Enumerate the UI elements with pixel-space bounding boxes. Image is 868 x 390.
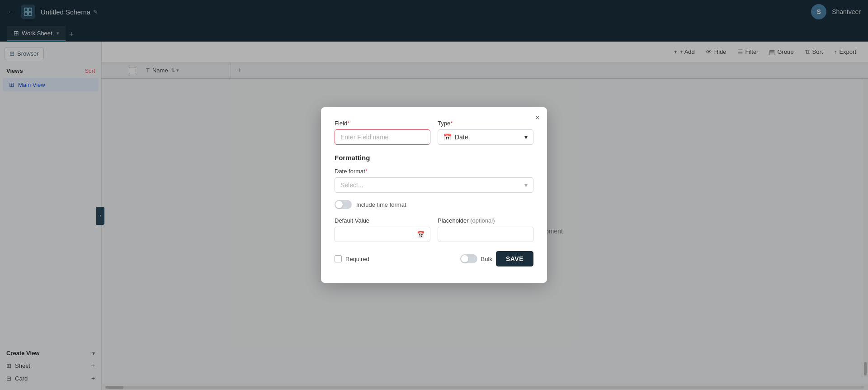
- bulk-label: Bulk: [481, 256, 492, 262]
- type-label: Type*: [438, 120, 533, 127]
- bulk-row: Bulk SAVE: [460, 251, 533, 266]
- field-name-label: Field*: [335, 120, 430, 127]
- include-time-label: Include time format: [356, 201, 406, 208]
- date-format-dropdown[interactable]: Select... ▾: [335, 177, 533, 193]
- type-dropdown-arrow-icon: ▾: [524, 133, 528, 141]
- date-format-row: Date format* Select... ▾: [335, 168, 533, 193]
- placeholder-field: Placeholder (optional): [438, 217, 533, 242]
- type-select-dropdown[interactable]: 📅 Date ▾: [438, 129, 533, 145]
- default-value-input[interactable]: 📅: [335, 227, 430, 242]
- formatting-label: Formatting: [335, 154, 533, 162]
- default-value-field: Default Value 📅: [335, 217, 430, 242]
- add-field-modal: × Field* Type* 📅 Date ▾ Formatting: [321, 107, 547, 283]
- calendar-icon: 📅: [443, 133, 451, 141]
- time-format-row: Include time format: [335, 200, 533, 209]
- placeholder-label: Placeholder (optional): [438, 217, 533, 224]
- required-row: Required: [335, 255, 369, 262]
- required-label: Required: [345, 256, 369, 262]
- field-type-row: Field* Type* 📅 Date ▾: [335, 120, 533, 145]
- bulk-toggle[interactable]: [460, 254, 477, 263]
- default-value-label: Default Value: [335, 217, 430, 224]
- modal-close-button[interactable]: ×: [535, 114, 540, 122]
- required-checkbox[interactable]: [335, 255, 342, 262]
- date-format-label: Date format*: [335, 168, 533, 175]
- field-name-field: Field*: [335, 120, 430, 145]
- save-button[interactable]: SAVE: [496, 251, 533, 266]
- formatting-section: Formatting Date format* Select... ▾ Incl…: [335, 154, 533, 266]
- default-placeholder-row: Default Value 📅 Placeholder (optional): [335, 217, 533, 242]
- type-field: Type* 📅 Date ▾: [438, 120, 533, 145]
- field-name-input[interactable]: [335, 129, 430, 145]
- include-time-toggle[interactable]: [335, 200, 352, 209]
- required-bulk-row: Required Bulk SAVE: [335, 251, 533, 266]
- date-format-dropdown-arrow-icon: ▾: [524, 181, 528, 189]
- default-value-calendar-icon: 📅: [417, 231, 425, 238]
- placeholder-input[interactable]: [438, 227, 533, 242]
